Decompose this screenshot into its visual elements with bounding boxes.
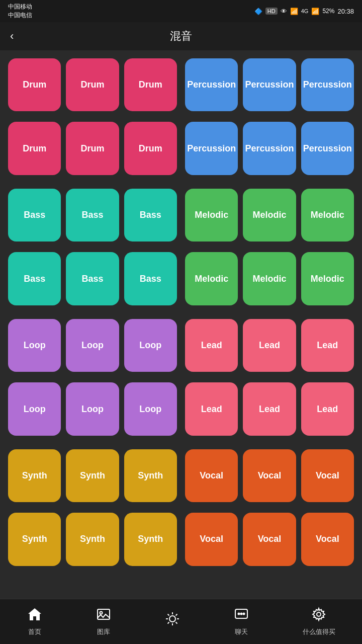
- vocal-pad-2[interactable]: Vocal: [243, 449, 296, 502]
- drum-pad-5[interactable]: Drum: [66, 122, 119, 175]
- lead-pad-4[interactable]: Lead: [185, 382, 238, 435]
- svg-point-13: [240, 613, 242, 615]
- melodic-pad-6[interactable]: Melodic: [301, 252, 354, 305]
- nav-settings-label: 什么值得买: [303, 627, 335, 636]
- home-svg: [27, 607, 42, 622]
- loop-pad-6[interactable]: Loop: [124, 382, 177, 435]
- lead-pad-2[interactable]: Lead: [243, 319, 296, 372]
- percussion-pad-6[interactable]: Percussion: [301, 122, 354, 175]
- svg-point-15: [317, 612, 321, 616]
- melodic-pad-2[interactable]: Melodic: [243, 189, 296, 242]
- signal-strength: 📶: [311, 8, 319, 15]
- melodic-pad-1[interactable]: Melodic: [185, 189, 238, 242]
- drum-pad-1[interactable]: Drum: [8, 58, 61, 111]
- nav-gallery[interactable]: 图库: [96, 607, 111, 636]
- loop-pad-3[interactable]: Loop: [124, 319, 177, 372]
- svg-point-2: [169, 616, 175, 622]
- synth-pad-1[interactable]: Synth: [8, 449, 61, 502]
- nav-chat[interactable]: 聊天: [234, 607, 249, 636]
- loop-section: Loop Loop Loop Loop Loop Loop: [8, 319, 177, 441]
- nav-center[interactable]: [165, 611, 180, 632]
- lead-pad-1[interactable]: Lead: [185, 319, 238, 372]
- bass-pad-1[interactable]: Bass: [8, 189, 61, 242]
- svg-point-12: [238, 613, 239, 615]
- bass-pad-2[interactable]: Bass: [66, 189, 119, 242]
- melodic-pad-5[interactable]: Melodic: [243, 252, 296, 305]
- carrier2: 中国电信: [8, 11, 32, 20]
- carrier1: 中国移动: [8, 3, 32, 11]
- nav-gallery-label: 图库: [97, 627, 110, 636]
- melodic-pad-4[interactable]: Melodic: [185, 252, 238, 305]
- nav-settings[interactable]: 什么值得买: [303, 607, 335, 636]
- drum-pad-2[interactable]: Drum: [66, 58, 119, 111]
- lead-pad-6[interactable]: Lead: [301, 382, 354, 435]
- svg-line-8: [175, 622, 177, 624]
- nav-home[interactable]: 首页: [27, 607, 42, 636]
- status-icons: 🔷 HD 👁 📶 4G 📶 52% 20:38: [254, 8, 354, 15]
- synth-section: Synth Synth Synth Synth Synth Synth: [8, 449, 177, 572]
- bluetooth-icon: 🔷: [254, 8, 262, 15]
- drum-pad-6[interactable]: Drum: [124, 122, 177, 175]
- melodic-section: Melodic Melodic Melodic Melodic Melodic …: [185, 189, 354, 311]
- carrier-info: 中国移动 中国电信: [8, 3, 32, 20]
- drum-section: Drum Drum Drum Drum Drum Drum: [8, 58, 177, 181]
- header: ‹ 混音: [0, 22, 362, 50]
- hd-badge: HD: [265, 8, 278, 15]
- pad-grid: Drum Drum Drum Drum Drum Drum Percussion…: [0, 50, 362, 599]
- svg-rect-0: [98, 609, 110, 619]
- battery: 52%: [322, 8, 334, 15]
- back-button[interactable]: ‹: [10, 30, 14, 43]
- loop-pad-4[interactable]: Loop: [8, 382, 61, 435]
- vocal-pad-5[interactable]: Vocal: [243, 513, 296, 566]
- page-title: 混音: [170, 29, 192, 44]
- svg-point-14: [243, 613, 244, 615]
- nav-home-label: 首页: [28, 627, 41, 636]
- percussion-pad-2[interactable]: Percussion: [243, 58, 296, 111]
- vocal-pad-3[interactable]: Vocal: [301, 449, 354, 502]
- drum-pad-3[interactable]: Drum: [124, 58, 177, 111]
- gear-icon: [311, 607, 326, 624]
- bass-pad-4[interactable]: Bass: [8, 252, 61, 305]
- network-4g: 4G: [301, 8, 309, 14]
- nav-chat-label: 聊天: [235, 627, 248, 636]
- percussion-pad-5[interactable]: Percussion: [243, 122, 296, 175]
- vocal-pad-4[interactable]: Vocal: [185, 513, 238, 566]
- lead-pad-3[interactable]: Lead: [301, 319, 354, 372]
- synth-pad-3[interactable]: Synth: [124, 449, 177, 502]
- chat-svg: [234, 607, 249, 622]
- percussion-section: Percussion Percussion Percussion Percuss…: [185, 58, 354, 181]
- chat-icon: [234, 607, 249, 624]
- loop-pad-5[interactable]: Loop: [66, 382, 119, 435]
- loop-pad-2[interactable]: Loop: [66, 319, 119, 372]
- percussion-pad-1[interactable]: Percussion: [185, 58, 238, 111]
- lead-pad-5[interactable]: Lead: [243, 382, 296, 435]
- wifi-icon: 📶: [290, 8, 298, 15]
- lead-section: Lead Lead Lead Lead Lead Lead: [185, 319, 354, 441]
- synth-pad-6[interactable]: Synth: [124, 513, 177, 566]
- svg-line-7: [167, 614, 169, 616]
- time: 20:38: [337, 8, 354, 15]
- synth-pad-5[interactable]: Synth: [66, 513, 119, 566]
- drum-pad-4[interactable]: Drum: [8, 122, 61, 175]
- svg-point-1: [100, 612, 102, 614]
- percussion-pad-3[interactable]: Percussion: [301, 58, 354, 111]
- bass-pad-3[interactable]: Bass: [124, 189, 177, 242]
- svg-line-10: [175, 614, 177, 616]
- bass-pad-5[interactable]: Bass: [66, 252, 119, 305]
- gear-svg: [311, 607, 326, 622]
- bass-pad-6[interactable]: Bass: [124, 252, 177, 305]
- synth-pad-4[interactable]: Synth: [8, 513, 61, 566]
- status-bar: 中国移动 中国电信 🔷 HD 👁 📶 4G 📶 52% 20:38: [0, 0, 362, 22]
- vocal-section: Vocal Vocal Vocal Vocal Vocal Vocal: [185, 449, 354, 572]
- melodic-pad-3[interactable]: Melodic: [301, 189, 354, 242]
- svg-line-9: [167, 622, 169, 624]
- percussion-pad-4[interactable]: Percussion: [185, 122, 238, 175]
- vocal-pad-1[interactable]: Vocal: [185, 449, 238, 502]
- bass-section: Bass Bass Bass Bass Bass Bass: [8, 189, 177, 311]
- eye-icon: 👁: [281, 8, 287, 15]
- gallery-icon: [96, 607, 111, 624]
- sun-svg: [165, 611, 180, 626]
- synth-pad-2[interactable]: Synth: [66, 449, 119, 502]
- loop-pad-1[interactable]: Loop: [8, 319, 61, 372]
- vocal-pad-6[interactable]: Vocal: [301, 513, 354, 566]
